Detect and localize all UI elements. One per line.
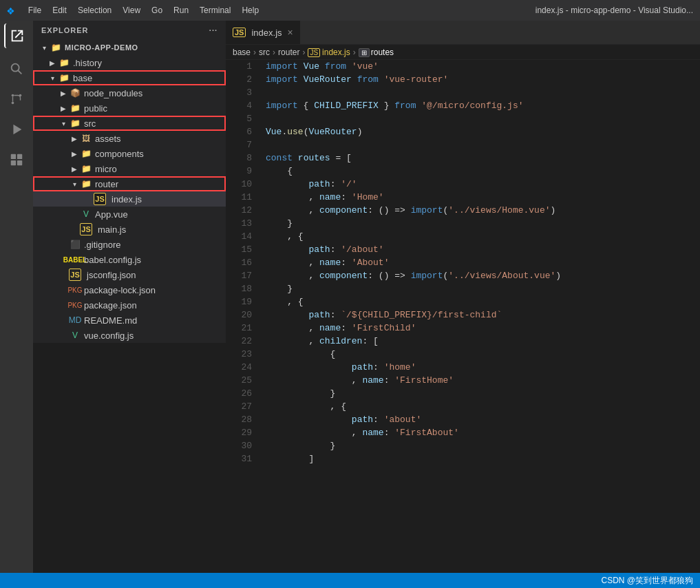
vueconfig-label: vue.config.js	[84, 330, 134, 341]
assets-label: assets	[95, 134, 121, 144]
root-label: MICRO-APP-DEMO	[65, 43, 138, 52]
code-line: path: `/${CHILD_PREFIX}/first-child`	[266, 308, 700, 322]
babel-label: babel.config.js	[84, 255, 141, 265]
breadcrumb-routes[interactable]: ⊞routes	[359, 48, 394, 57]
sidebar-item-readme[interactable]: ▶ MD README.md	[33, 313, 226, 328]
line-number: 21	[226, 322, 252, 335]
source-control-activity-icon[interactable]	[4, 87, 29, 112]
breadcrumb-indexjs[interactable]: JSindex.js	[308, 48, 350, 57]
breadcrumb-sep4: ›	[353, 48, 356, 57]
tree-root[interactable]: ▾ 📁 MICRO-APP-DEMO	[33, 40, 226, 55]
menu-file[interactable]: File	[28, 6, 41, 15]
line-number: 17	[226, 269, 252, 282]
sidebar-item-packagejson[interactable]: ▶ PKG package.json	[33, 297, 226, 313]
sidebar-item-mainjs[interactable]: ▶ JS main.js	[33, 222, 226, 237]
code-line: Vue.use(VueRouter)	[266, 125, 700, 138]
svg-point-0	[12, 64, 19, 72]
breadcrumb-src[interactable]: src	[259, 48, 270, 57]
line-number: 16	[226, 256, 252, 269]
extensions-activity-icon[interactable]	[4, 147, 29, 172]
file-tree: ▾ 📁 MICRO-APP-DEMO ▶ 📁 .history ▾ 📁 base	[33, 40, 226, 343]
sidebar-more-icon[interactable]: ···	[209, 26, 218, 34]
breadcrumb-sep1: ›	[253, 48, 256, 57]
run-activity-icon[interactable]	[4, 117, 29, 142]
code-editor[interactable]: 1234567891011121314151617181920212223242…	[226, 60, 700, 573]
readme-icon: MD	[69, 314, 81, 326]
code-line: ]	[266, 452, 700, 465]
code-line	[266, 138, 700, 151]
editor-area: JS index.js × base › src › router › JSin…	[226, 21, 700, 573]
packagelock-icon: PKG	[69, 284, 81, 296]
code-line: import Vue from 'vue'	[266, 60, 700, 73]
explorer-label: EXPLORER	[41, 26, 89, 34]
sidebar-item-public[interactable]: ▶ 📁 public	[33, 101, 226, 116]
svg-rect-8	[11, 160, 16, 165]
history-chevron: ▶	[47, 57, 58, 68]
sidebar-item-packagelock[interactable]: ▶ PKG package-lock.json	[33, 282, 226, 297]
sidebar-item-history[interactable]: ▶ 📁 .history	[33, 55, 226, 70]
tab-indexjs[interactable]: JS index.js ×	[226, 21, 300, 44]
line-number: 27	[226, 400, 252, 413]
menu-selection[interactable]: Selection	[78, 6, 112, 15]
node-modules-chevron: ▶	[58, 87, 69, 98]
breadcrumb: base › src › router › JSindex.js › ⊞rout…	[226, 45, 700, 60]
sidebar-item-node-modules[interactable]: ▶ 📦 node_modules	[33, 85, 226, 101]
svg-line-1	[18, 70, 21, 74]
menu-help[interactable]: Help	[242, 6, 259, 15]
code-line: }	[266, 217, 700, 230]
code-line: const routes = [	[266, 151, 700, 165]
sidebar-item-components[interactable]: ▶ 📁 components	[33, 146, 226, 161]
line-number: 5	[226, 112, 252, 125]
breadcrumb-base[interactable]: base	[233, 48, 251, 57]
public-label: public	[84, 103, 107, 114]
menu-edit[interactable]: Edit	[52, 6, 67, 15]
tab-close-button[interactable]: ×	[288, 27, 293, 38]
history-label: .history	[73, 58, 102, 68]
code-line: }	[266, 387, 700, 400]
search-activity-icon[interactable]	[4, 56, 29, 81]
code-line: path: 'home'	[266, 361, 700, 374]
menu-go[interactable]: Go	[151, 6, 162, 15]
node-modules-icon: 📦	[69, 87, 81, 99]
menu-run[interactable]: Run	[173, 6, 189, 15]
components-folder-icon: 📁	[80, 147, 92, 160]
sidebar-item-appvue[interactable]: ▶ V App.vue	[33, 207, 226, 222]
line-number: 4	[226, 99, 252, 112]
code-line: , component: () => import('../views/Home…	[266, 204, 700, 217]
line-number: 19	[226, 295, 252, 308]
code-line: import VueRouter from 'vue-router'	[266, 73, 700, 86]
sidebar-item-router[interactable]: ▾ 📁 router	[33, 176, 226, 191]
line-number: 10	[226, 178, 252, 191]
code-content[interactable]: import Vue from 'vue'import VueRouter fr…	[260, 60, 700, 573]
base-chevron: ▾	[47, 72, 58, 83]
activity-bar	[0, 21, 33, 573]
sidebar-item-assets[interactable]: ▶ 🖼 assets	[33, 131, 226, 146]
sidebar-item-src[interactable]: ▾ 📁 src	[33, 116, 226, 131]
root-chevron: ▾	[39, 42, 50, 53]
readme-label: README.md	[84, 315, 137, 326]
code-line: import { CHILD_PREFIX } from '@/micro/co…	[266, 99, 700, 112]
menu-terminal[interactable]: Terminal	[200, 6, 231, 15]
breadcrumb-router[interactable]: router	[278, 48, 299, 57]
code-line: }	[266, 439, 700, 452]
code-line: , component: () => import('../views/Abou…	[266, 269, 700, 282]
explorer-activity-icon[interactable]	[4, 23, 29, 48]
sidebar-item-indexjs[interactable]: ▶ JS index.js	[33, 191, 226, 207]
line-number: 31	[226, 452, 252, 465]
sidebar-item-babel[interactable]: ▶ BABEL babel.config.js	[33, 252, 226, 267]
svg-point-4	[12, 102, 14, 105]
line-number: 14	[226, 230, 252, 243]
sidebar-item-jsconfigjson[interactable]: ▶ JS jsconfig.json	[33, 267, 226, 282]
code-line: , name: 'Home'	[266, 191, 700, 204]
line-number: 1	[226, 60, 252, 73]
menu-view[interactable]: View	[123, 6, 140, 15]
packagejson-label: package.json	[84, 300, 137, 311]
mainjs-icon: JS	[80, 223, 92, 235]
code-line: , name: 'FirstHome'	[266, 374, 700, 387]
sidebar-item-micro[interactable]: ▶ 📁 micro	[33, 161, 226, 176]
code-line: path: '/'	[266, 178, 700, 191]
line-number: 2	[226, 73, 252, 86]
sidebar-item-gitignore[interactable]: ▶ ⬛ .gitignore	[33, 237, 226, 252]
sidebar-item-base[interactable]: ▾ 📁 base	[33, 70, 226, 85]
sidebar-item-vueconfig[interactable]: ▶ V vue.config.js	[33, 328, 226, 343]
